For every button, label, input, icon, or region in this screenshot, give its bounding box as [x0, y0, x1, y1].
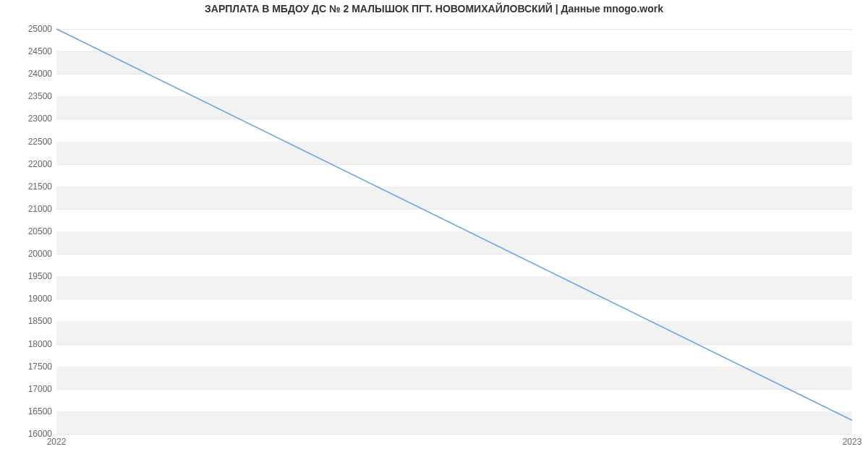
y-tick-label: 22500	[3, 137, 52, 147]
x-tick-label: 2023	[843, 437, 862, 447]
chart-container: ЗАРПЛАТА В МБДОУ ДС № 2 МАЛЫШОК ПГТ. НОВ…	[0, 0, 868, 470]
y-tick-label: 25000	[3, 24, 52, 34]
plot-area	[56, 29, 852, 435]
y-tick-label: 24500	[3, 46, 52, 56]
y-tick-label: 20500	[3, 226, 52, 236]
y-tick-label: 17000	[3, 384, 52, 394]
y-tick-label: 22000	[3, 159, 52, 169]
y-tick-label: 16000	[3, 429, 52, 439]
line-series	[56, 29, 852, 434]
y-tick-label: 18000	[3, 339, 52, 349]
y-tick-label: 21500	[3, 181, 52, 192]
y-tick-label: 23000	[3, 114, 52, 124]
y-tick-label: 18500	[3, 316, 52, 326]
y-tick-label: 19000	[3, 294, 52, 304]
y-tick-label: 21000	[3, 204, 52, 214]
y-tick-label: 19500	[3, 271, 52, 281]
y-tick-label: 16500	[3, 406, 52, 416]
y-tick-label: 17500	[3, 362, 52, 372]
chart-title: ЗАРПЛАТА В МБДОУ ДС № 2 МАЛЫШОК ПГТ. НОВ…	[0, 3, 868, 14]
y-tick-label: 24000	[3, 69, 52, 79]
y-tick-label: 23500	[3, 91, 52, 101]
gridline	[56, 434, 852, 435]
x-tick-label: 2022	[47, 437, 67, 447]
series-line	[56, 29, 852, 420]
y-tick-label: 20000	[3, 249, 52, 259]
